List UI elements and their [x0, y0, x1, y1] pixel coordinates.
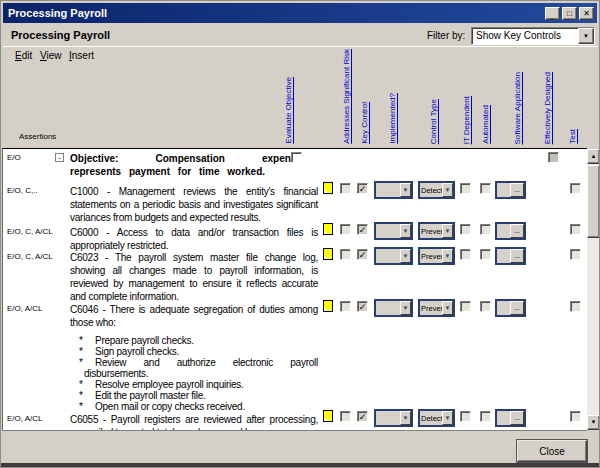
chevron-down-icon[interactable]: ▼: [578, 28, 594, 44]
implemented-dropdown[interactable]: ▼: [374, 222, 413, 240]
addresses-significant-risk-checkbox[interactable]: [340, 224, 351, 235]
automated-checkbox[interactable]: [480, 183, 491, 194]
control-type-dropdown[interactable]: Detectiv▼: [418, 409, 455, 427]
chevron-down-icon[interactable]: ▼: [400, 411, 411, 425]
software-application-field[interactable]: ...: [495, 247, 526, 265]
control-type-dropdown[interactable]: Preventi▼: [418, 299, 455, 317]
control-type-dropdown[interactable]: Detectiv▼: [418, 181, 455, 199]
chevron-down-icon[interactable]: ▼: [442, 411, 453, 425]
implemented-dropdown[interactable]: ▼: [374, 299, 413, 317]
scrollbar-thumb[interactable]: [587, 165, 600, 238]
control-type-value: Preventi: [420, 301, 442, 315]
column-link-test[interactable]: Test: [568, 129, 577, 144]
filter-dropdown[interactable]: Show Key Controls ▼: [471, 27, 595, 45]
note-icon[interactable]: [323, 300, 333, 312]
chevron-down-icon[interactable]: ▼: [400, 301, 411, 315]
software-application-field[interactable]: ...: [495, 409, 526, 427]
key-control-checkbox[interactable]: ✓: [357, 411, 368, 422]
column-link-addresses-significant-risk[interactable]: Addresses Significant Risk: [342, 49, 351, 144]
control-type-dropdown[interactable]: Preventi▼: [418, 222, 455, 240]
addresses-significant-risk-checkbox[interactable]: [340, 301, 351, 312]
test-checkbox[interactable]: [570, 224, 581, 235]
minimize-button[interactable]: _: [545, 7, 560, 20]
chevron-down-icon[interactable]: ▼: [400, 224, 411, 238]
control-text: C6046 - There is adequate segregation of…: [70, 303, 318, 412]
column-link-control-type[interactable]: Control Type: [429, 99, 438, 144]
key-control-checkbox[interactable]: ✓: [357, 224, 368, 235]
it-dependent-checkbox[interactable]: [460, 301, 471, 312]
automated-checkbox[interactable]: [480, 224, 491, 235]
bottom-edge: [1, 463, 600, 468]
control-row: ✓ ▼ Preventi▼ ...: [3, 247, 587, 267]
minimize-icon: _: [550, 11, 554, 20]
chevron-down-icon[interactable]: ▼: [400, 249, 411, 263]
addresses-significant-risk-checkbox[interactable]: [340, 411, 351, 422]
chevron-down-icon[interactable]: ▼: [442, 301, 453, 315]
note-icon[interactable]: [323, 248, 333, 260]
column-link-implemented[interactable]: Implemented?: [388, 93, 397, 144]
test-checkbox[interactable]: [570, 183, 581, 194]
software-application-field[interactable]: ...: [495, 299, 526, 317]
evaluate-objective-checkbox[interactable]: [291, 152, 302, 163]
it-dependent-checkbox[interactable]: [460, 183, 471, 194]
automated-checkbox[interactable]: [480, 249, 491, 260]
addresses-significant-risk-checkbox[interactable]: [340, 249, 351, 260]
list-item: *Resolve employee payroll inquiries.: [70, 379, 318, 390]
control-row: ✓ ▼ Detectiv▼ ...: [3, 181, 587, 201]
column-link-effectively-designed[interactable]: Effectively Designed: [543, 72, 552, 144]
control-row: ✓ ▼ Preventi▼ ...: [3, 299, 587, 319]
bullet-list: *Prepare payroll checks. *Sign payroll c…: [70, 335, 318, 412]
list-item: *Prepare payroll checks.: [70, 335, 318, 346]
scroll-up-button[interactable]: ▲: [587, 149, 600, 164]
chevron-down-icon[interactable]: ▼: [442, 183, 453, 197]
browse-button[interactable]: ...: [510, 411, 524, 425]
title-bar: Processing Payroll _ □ ✕: [3, 3, 597, 23]
column-link-it-dependent[interactable]: IT Dependent: [462, 96, 471, 144]
automated-checkbox[interactable]: [480, 301, 491, 312]
chevron-down-icon[interactable]: ▼: [442, 249, 453, 263]
scroll-down-button[interactable]: ▼: [587, 415, 600, 430]
menu-edit[interactable]: Edit: [15, 50, 32, 61]
it-dependent-checkbox[interactable]: [460, 411, 471, 422]
key-control-checkbox[interactable]: ✓: [357, 249, 368, 260]
chevron-down-icon[interactable]: ▼: [442, 224, 453, 238]
key-control-checkbox[interactable]: ✓: [357, 183, 368, 194]
control-type-value: Detectiv: [420, 183, 442, 197]
note-icon[interactable]: [323, 182, 333, 194]
note-icon[interactable]: [323, 410, 333, 422]
software-application-field[interactable]: ...: [495, 181, 526, 199]
implemented-dropdown[interactable]: ▼: [374, 181, 413, 199]
implemented-dropdown[interactable]: ▼: [374, 247, 413, 265]
menu-view[interactable]: View: [40, 50, 62, 61]
test-checkbox[interactable]: [570, 249, 581, 260]
it-dependent-checkbox[interactable]: [460, 224, 471, 235]
list-item: *Sign payroll checks.: [70, 346, 318, 357]
column-link-software-application[interactable]: Software Application: [513, 72, 522, 145]
close-button[interactable]: Close: [517, 440, 587, 462]
it-dependent-checkbox[interactable]: [460, 249, 471, 260]
browse-button[interactable]: ...: [510, 183, 524, 197]
test-checkbox[interactable]: [570, 301, 581, 312]
control-type-dropdown[interactable]: Preventi▼: [418, 247, 455, 265]
addresses-significant-risk-checkbox[interactable]: [340, 183, 351, 194]
column-link-key-control[interactable]: Key Control: [360, 102, 369, 144]
close-window-button[interactable]: ✕: [579, 7, 594, 20]
browse-button[interactable]: ...: [510, 301, 524, 315]
browse-button[interactable]: ...: [510, 224, 524, 238]
note-icon[interactable]: [323, 223, 333, 235]
chevron-down-icon[interactable]: ▼: [400, 183, 411, 197]
column-link-evaluate-objective[interactable]: Evaluate Objective: [284, 77, 293, 144]
vertical-scrollbar[interactable]: ▲ ▼: [587, 149, 600, 430]
software-application-field[interactable]: ...: [495, 222, 526, 240]
menu-insert[interactable]: Insert: [69, 50, 94, 61]
automated-checkbox[interactable]: [480, 411, 491, 422]
maximize-button[interactable]: □: [562, 7, 577, 20]
collapse-toggle[interactable]: -: [55, 153, 64, 162]
implemented-dropdown[interactable]: ▼: [374, 409, 413, 427]
controls-grid: E/O - Objective: Compensation expense re…: [2, 148, 587, 431]
column-link-automated[interactable]: Automated: [481, 105, 490, 144]
test-checkbox[interactable]: [570, 411, 581, 422]
browse-button[interactable]: ...: [510, 249, 524, 263]
close-icon: ✕: [583, 9, 590, 18]
key-control-checkbox[interactable]: ✓: [357, 301, 368, 312]
